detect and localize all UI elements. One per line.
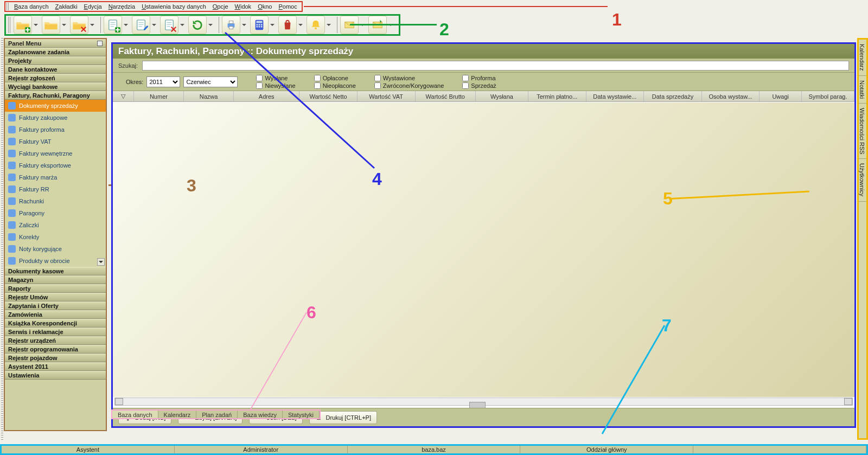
- sidebar-section[interactable]: Ustawienia: [5, 371, 106, 380]
- bell-dropdown[interactable]: [326, 16, 331, 34]
- grid-column-header[interactable]: Wysłana: [476, 91, 528, 101]
- sidebar-item[interactable]: Faktury eksportowe: [5, 159, 106, 171]
- sidebar-item[interactable]: Korekty: [5, 231, 106, 243]
- sidebar-section[interactable]: Dokumenty kasowe: [5, 267, 106, 275]
- menu-item[interactable]: Okno: [254, 2, 275, 11]
- grid-column-header[interactable]: Wartość VAT: [358, 91, 416, 101]
- print-button[interactable]: [222, 16, 240, 34]
- sidebar-section[interactable]: Faktury, Rachunki, Paragony: [5, 91, 106, 100]
- sidebar-section[interactable]: Rejestr oprogramowania: [5, 345, 106, 354]
- right-tab[interactable]: Kalendarz: [859, 40, 866, 76]
- filter-check[interactable]: Opłacone: [314, 75, 356, 81]
- bottom-tab[interactable]: Baza danych: [112, 411, 158, 418]
- checkbox[interactable]: [256, 75, 263, 81]
- checkbox[interactable]: [314, 75, 321, 81]
- folder-add-dropdown[interactable]: [33, 16, 39, 34]
- sidebar-section[interactable]: Wyciągi bankowe: [5, 82, 106, 91]
- month-select[interactable]: Czerwiec: [183, 76, 238, 87]
- shopping-bag-dropdown[interactable]: [298, 16, 303, 34]
- sidebar-section[interactable]: Serwis i reklamacje: [5, 328, 106, 336]
- grid-column-header[interactable]: Osoba wystaw...: [702, 91, 760, 101]
- sidebar-section[interactable]: Zamówienia: [5, 310, 106, 319]
- bottom-tab[interactable]: Kalendarz: [158, 411, 197, 418]
- sidebar-section[interactable]: Zapytania i Oferty: [5, 302, 106, 310]
- grid-column-header[interactable]: Wartość Netto: [299, 91, 358, 101]
- grid-column-header[interactable]: Termin płatno...: [528, 91, 586, 101]
- filter-check[interactable]: Niewysłane: [256, 82, 295, 89]
- sidebar-section[interactable]: Projekty: [5, 56, 106, 65]
- sidebar-section[interactable]: Rejestr urządzeń: [5, 336, 106, 345]
- search-input[interactable]: [142, 61, 849, 71]
- grid-column-header[interactable]: Data wystawie...: [586, 91, 644, 101]
- calculator-dropdown[interactable]: [270, 16, 275, 34]
- grid-column-header[interactable]: Wartość Brutto: [416, 91, 476, 101]
- bottom-tab[interactable]: Plan zadań: [196, 411, 238, 418]
- checkbox[interactable]: [374, 82, 381, 89]
- menu-item[interactable]: Edycja: [81, 2, 105, 11]
- sidebar-item[interactable]: Faktury VAT: [5, 136, 106, 148]
- sidebar-section[interactable]: Rejestr zgłoszeń: [5, 74, 106, 82]
- right-tab[interactable]: Wiadomości RSS: [859, 104, 866, 159]
- refresh-dropdown[interactable]: [208, 16, 213, 34]
- print-dropdown[interactable]: [241, 16, 247, 34]
- sidebar-section[interactable]: Magazyn: [5, 275, 106, 284]
- grid-column-header[interactable]: Numer: [134, 91, 184, 101]
- menu-item[interactable]: Ustawienia bazy danych: [138, 2, 209, 11]
- filter-check[interactable]: Sprzedaż: [462, 82, 496, 89]
- pin-icon[interactable]: [97, 41, 103, 46]
- bottom-tab[interactable]: Baza wiedzy: [238, 411, 283, 418]
- menu-item[interactable]: Opcje: [209, 2, 232, 11]
- sidebar-section[interactable]: Rejestr pojazdow: [5, 354, 106, 362]
- sidebar-item[interactable]: Zaliczki: [5, 219, 106, 231]
- grid-column-header[interactable]: Symbol parag.: [802, 91, 854, 101]
- sidebar-scroll-down[interactable]: [97, 258, 105, 266]
- doc-edit-button[interactable]: [132, 16, 150, 34]
- bell-button[interactable]: [307, 16, 325, 34]
- folder-delete-button[interactable]: [70, 16, 88, 34]
- right-tab[interactable]: Notatki: [859, 76, 866, 104]
- menu-item[interactable]: Baza danych: [11, 2, 52, 11]
- grid-column-header[interactable]: Uwagi: [760, 91, 802, 101]
- doc-delete-button[interactable]: [160, 16, 178, 34]
- sidebar-item[interactable]: Faktury wewnętrzne: [5, 148, 106, 159]
- grid-column-header[interactable]: ▽: [113, 91, 134, 101]
- sidebar-item[interactable]: Paragony: [5, 207, 106, 219]
- checkbox[interactable]: [462, 82, 469, 89]
- sidebar-section[interactable]: Zaplanowane zadania: [5, 48, 106, 56]
- menu-item[interactable]: Pomoc: [275, 2, 300, 11]
- checkbox[interactable]: [374, 75, 381, 81]
- shopping-bag-button[interactable]: [278, 16, 297, 34]
- sidebar-section[interactable]: Książka Korespondencji: [5, 319, 106, 328]
- grid-column-header[interactable]: Nazwa: [184, 91, 234, 101]
- folder-add-button[interactable]: [14, 16, 32, 34]
- refresh-button[interactable]: [188, 16, 207, 34]
- checkbox[interactable]: [462, 75, 469, 81]
- sidebar-item[interactable]: Faktury RR: [5, 183, 106, 195]
- sidebar-item[interactable]: Faktury zakupowe: [5, 112, 106, 124]
- scroll-right-button[interactable]: [844, 398, 852, 405]
- sidebar-item[interactable]: Noty korygujące: [5, 243, 106, 255]
- year-select[interactable]: 2011: [146, 76, 180, 87]
- filter-check[interactable]: Wysłane: [256, 75, 295, 81]
- grid-column-header[interactable]: Data sprzedaży: [644, 91, 702, 101]
- sidebar-item[interactable]: Faktury proforma: [5, 124, 106, 136]
- grid-hscroll[interactable]: [114, 398, 853, 406]
- right-tab[interactable]: Użytkownicy: [859, 159, 866, 201]
- folder-open-dropdown[interactable]: [61, 16, 67, 34]
- sidebar-item[interactable]: Produkty w obrocie: [5, 255, 106, 267]
- bottom-tab[interactable]: Statystyki: [283, 411, 320, 418]
- sidebar-item[interactable]: Rachunki: [5, 195, 106, 207]
- doc-edit-dropdown[interactable]: [151, 16, 157, 34]
- checkbox[interactable]: [256, 82, 263, 89]
- sidebar-item[interactable]: Faktury marża: [5, 171, 106, 183]
- doc-add-dropdown[interactable]: [123, 16, 129, 34]
- doc-delete-dropdown[interactable]: [180, 16, 185, 34]
- doc-add-button[interactable]: [104, 16, 122, 34]
- folder-delete-dropdown[interactable]: [90, 16, 95, 34]
- checkbox[interactable]: [314, 82, 321, 89]
- sidebar-section[interactable]: Dane kontaktowe: [5, 65, 106, 74]
- sidebar-section[interactable]: Rejestr Umów: [5, 293, 106, 302]
- folder-open-button[interactable]: [42, 16, 60, 34]
- scroll-left-button[interactable]: [115, 398, 123, 405]
- sidebar-section[interactable]: Asystent 2011: [5, 362, 106, 371]
